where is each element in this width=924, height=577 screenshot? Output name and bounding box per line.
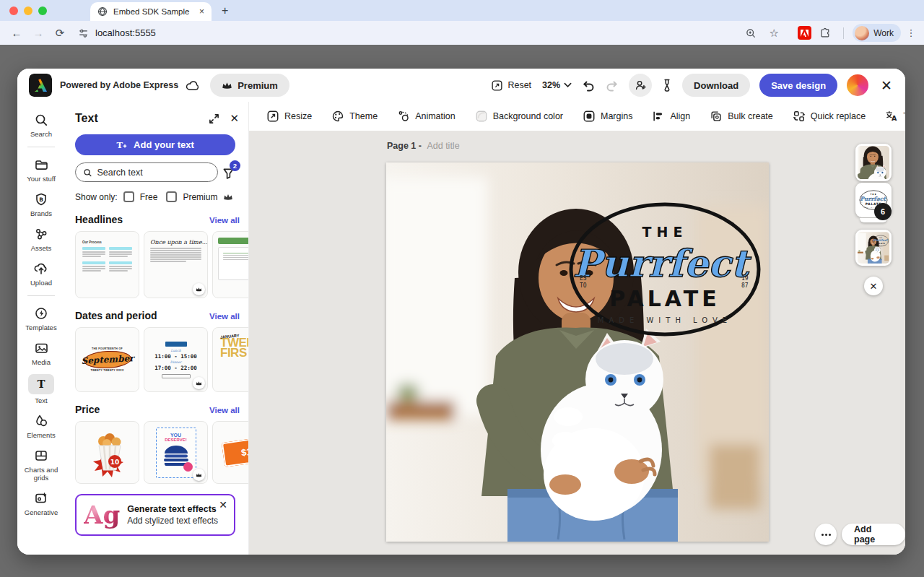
reset-button[interactable]: Reset <box>491 79 531 92</box>
brand-shield-icon: B <box>34 191 48 207</box>
close-window-button[interactable] <box>9 6 18 15</box>
filter-button[interactable]: 2 <box>222 163 239 182</box>
headline-template-our-process[interactable]: Our Process <box>75 231 139 298</box>
address-bar[interactable]: localhost:5555 <box>78 27 738 38</box>
margins-button[interactable]: Margins <box>583 110 632 123</box>
download-button[interactable]: Download <box>682 74 750 97</box>
headlines-view-all-link[interactable]: View all <box>209 216 240 225</box>
background-color-swatch-icon <box>475 110 488 123</box>
sidebar-item-generative[interactable]: Generative <box>17 490 65 517</box>
sidebar-item-upload[interactable]: Upload <box>17 261 65 287</box>
translate-button[interactable]: A Translate NEW <box>885 110 905 123</box>
dates-view-all-link[interactable]: View all <box>209 312 240 321</box>
redo-icon[interactable] <box>605 79 619 92</box>
text-icon: T <box>28 374 54 394</box>
generate-text-effects-promo[interactable]: Ag Generate text effects Add stylized te… <box>75 494 235 536</box>
adobe-express-app: Powered by Adobe Express Premium Reset 3… <box>17 69 905 555</box>
premium-button[interactable]: Premium <box>210 74 289 97</box>
tab-strip: Embed SDK Sample × + <box>0 0 924 21</box>
forward-button[interactable]: → <box>29 24 48 43</box>
sidebar-item-text[interactable]: T Text <box>17 374 65 405</box>
design-canvas[interactable] <box>386 162 769 542</box>
browser-menu-icon[interactable]: ⋮ <box>905 27 917 38</box>
search-icon <box>83 168 92 178</box>
fullscreen-window-button[interactable] <box>38 6 47 15</box>
price-template-burger[interactable]: YOU DESERVE! <box>144 421 208 484</box>
page-title-placeholder[interactable]: Add title <box>427 141 459 151</box>
free-checkbox[interactable] <box>123 191 134 202</box>
url-text[interactable]: localhost:5555 <box>95 27 156 38</box>
sidebar-item-templates[interactable]: Templates <box>17 305 65 332</box>
expand-panel-icon[interactable] <box>209 113 219 124</box>
sidebar-item-search[interactable]: Search <box>17 112 65 139</box>
sidebar-item-assets[interactable]: Assets <box>17 226 65 253</box>
add-your-text-button[interactable]: T Add your text <box>75 134 235 155</box>
date-template-hours[interactable]: Lunch 11:00 - 15:00 Dinner 17:00 - 22:00 <box>144 327 208 392</box>
resize-button[interactable]: Resize <box>266 110 312 123</box>
extensions-icon[interactable] <box>816 24 834 43</box>
close-tab-icon[interactable]: × <box>199 6 204 17</box>
canvas-area[interactable]: Page 1 - Add title 6 ✕ <box>249 131 905 555</box>
premium-checkbox[interactable] <box>166 191 177 202</box>
close-promo-icon[interactable]: ✕ <box>219 499 227 511</box>
page-thumbnail-1[interactable] <box>855 144 892 181</box>
share-invite-button[interactable] <box>629 74 652 97</box>
add-page-button[interactable]: Add page <box>842 524 905 545</box>
beta-flask-icon[interactable] <box>661 79 673 92</box>
sidebar-item-brands[interactable]: B Brands <box>17 191 65 218</box>
background-color-button[interactable]: Background color <box>475 110 563 123</box>
save-design-button[interactable]: Save design <box>759 74 837 97</box>
headlines-section-title: Headlines <box>75 214 209 225</box>
panel-title: Text <box>75 112 199 125</box>
svg-text:A: A <box>892 114 897 122</box>
close-panel-icon[interactable]: ✕ <box>230 112 239 125</box>
window-controls[interactable] <box>0 0 57 21</box>
express-header: Powered by Adobe Express Premium Reset 3… <box>17 69 905 102</box>
sidebar-item-charts-and-grids[interactable]: Charts and grids <box>17 448 65 482</box>
resize-icon <box>266 110 279 123</box>
price-template-popcorn[interactable]: 10 <box>75 421 139 484</box>
date-template-september[interactable]: THE FOURTEENTH OF September TWENTY TWENT… <box>75 327 139 392</box>
more-options-button[interactable] <box>815 524 837 545</box>
price-template-12-dollar-tag[interactable]: $12 <box>212 421 249 484</box>
person-add-icon <box>634 79 647 92</box>
premium-filter-label: Premium <box>183 192 217 202</box>
search-text-input[interactable] <box>97 168 210 178</box>
headline-template-once-upon[interactable]: Once upon a time... <box>144 231 208 298</box>
close-pages-rail-button[interactable]: ✕ <box>864 277 883 295</box>
bookmark-star-icon[interactable]: ☆ <box>764 24 783 43</box>
minimize-window-button[interactable] <box>24 6 32 15</box>
text-effect-sample: Ag <box>84 500 120 529</box>
bulk-create-button[interactable]: Bulk create <box>710 110 773 123</box>
text-search-field[interactable] <box>75 162 218 182</box>
new-tab-button[interactable]: + <box>222 4 228 21</box>
align-button[interactable]: Align <box>652 110 690 123</box>
undo-icon[interactable] <box>581 79 596 92</box>
site-settings-icon[interactable] <box>78 27 89 38</box>
zoom-icon[interactable] <box>741 24 760 43</box>
user-avatar[interactable] <box>847 74 868 96</box>
cloud-upload-icon <box>33 261 49 277</box>
sidebar-item-media[interactable]: Media <box>17 340 65 367</box>
adobe-extension-icon[interactable] <box>798 26 811 40</box>
sidebar-item-elements[interactable]: Elements <box>17 413 65 440</box>
reload-button[interactable]: ⟳ <box>51 24 69 43</box>
price-section-title: Price <box>75 404 209 415</box>
page-thumbnail-3[interactable] <box>855 230 892 266</box>
animation-button[interactable]: Animation <box>397 110 456 123</box>
quick-replace-button[interactable]: Quick replace <box>793 110 866 123</box>
close-editor-icon[interactable]: ✕ <box>881 77 892 94</box>
headline-template-green[interactable] <box>212 231 249 298</box>
date-template-january[interactable]: JANUARY TWEN FIRS <box>212 327 249 392</box>
assets-nodes-icon <box>34 226 48 242</box>
premium-crown-badge <box>193 469 205 481</box>
cloud-sync-icon[interactable] <box>186 79 200 91</box>
theme-button[interactable]: Theme <box>331 110 378 123</box>
price-view-all-link[interactable]: View all <box>209 406 240 415</box>
animation-icon <box>397 110 410 123</box>
zoom-level-dropdown[interactable]: 32% <box>542 80 572 90</box>
browser-profile-chip[interactable]: Work <box>853 24 901 42</box>
sidebar-item-your-stuff[interactable]: Your stuff <box>17 157 65 183</box>
back-button[interactable]: ← <box>7 24 26 43</box>
browser-tab[interactable]: Embed SDK Sample × <box>90 2 212 21</box>
